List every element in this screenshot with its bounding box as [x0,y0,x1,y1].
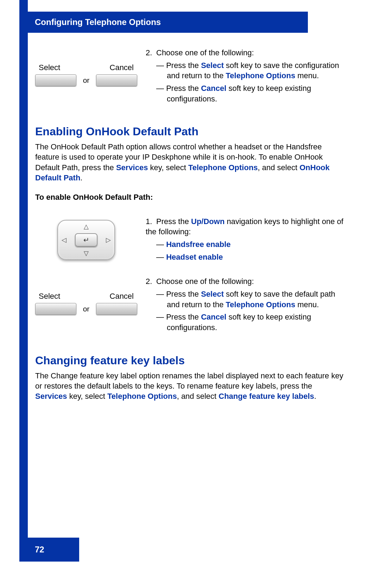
softkey-block-top: Select Cancel or [35,48,137,104]
dash: — [156,240,164,249]
select-label: Select [39,63,60,72]
instructions-mid2: 2.Choose one of the following: — Press t… [146,276,345,333]
dash-item: — Press the Select soft key to save the … [146,289,345,310]
navkey-row: △ ▽ ◁ ▷ ↵ 1.Press the Up/Down navigation… [35,216,345,262]
step-number: 2. [146,276,156,287]
updown-bold: Up/Down [191,217,224,226]
section1-para: The OnHook Default Path option allows co… [35,142,345,182]
select-label: Select [39,292,60,301]
txt: Press the [166,312,201,321]
txt: key, select [67,392,108,401]
instructions-top: 2.Choose one of the following: — Press t… [146,48,345,104]
right-arrow-icon: ▷ [106,236,111,244]
bold: Cancel [201,312,226,321]
section2-para: The Change feature key label option rena… [35,371,345,401]
txt: menu. [295,300,319,309]
content-area: Select Cancel or 2.Choose one of the fol… [35,48,345,406]
txt: Press the [156,217,191,226]
section1-sub: To enable OnHook Default Path: [35,192,345,202]
dash: — [156,84,164,93]
services-bold: Services [35,392,67,401]
cancel-softkey [96,303,137,315]
txt: Press the [166,61,201,70]
step2-top-row: Select Cancel or 2.Choose one of the fol… [35,48,345,104]
dash: — [156,61,164,70]
left-arrow-icon: ◁ [62,236,66,244]
page-number: 72 [35,545,44,555]
bold: Telephone Options [226,71,296,80]
txt: . [80,173,82,182]
telopt-bold: Telephone Options [107,392,177,401]
header-bar: Configuring Telephone Options [19,12,308,33]
txt: menu. [295,71,319,80]
telopt-bold: Telephone Options [188,163,258,172]
or-text: or [81,305,92,313]
cancel-label: Cancel [110,63,134,72]
select-softkey [35,74,76,86]
softkey-labels: Select Cancel [35,292,137,303]
or-text: or [81,76,92,85]
select-softkey [35,303,76,315]
footer-bar: 72 [19,538,79,562]
up-arrow-icon: △ [84,223,89,230]
step-lead: Choose one of the following: [156,277,254,286]
txt: Press the [166,290,201,298]
services-bold: Services [116,163,148,172]
txt: The Change feature key label option rena… [35,371,343,390]
step1-mid-line: 1.Press the Up/Down navigation keys to h… [146,216,345,237]
nav-pad: △ ▽ ◁ ▷ ↵ [57,220,115,260]
section2-title: Changing feature key labels [35,354,345,367]
txt: key, select [148,163,188,172]
bold: Telephone Options [226,300,296,309]
bold: Cancel [201,84,226,93]
step2-top-lead: 2.Choose one of the following: [146,48,345,58]
softkey-labels: Select Cancel [35,63,137,74]
enter-key-icon: ↵ [75,233,97,247]
dash-item: — Handsfree enable [146,239,345,250]
softkey-buttons: or [35,303,137,315]
dash-item: — Press the Cancel soft key to keep exis… [146,312,345,333]
dash-item: — Press the Select soft key to save the … [146,60,345,81]
page: Configuring Telephone Options Select Can… [0,0,380,588]
down-arrow-icon: ▽ [84,249,89,257]
step-number: 2. [146,48,156,58]
cancel-label: Cancel [110,292,134,301]
dash-item: — Headset enable [146,252,345,262]
cancel-softkey [96,74,137,86]
txt: Press the [166,84,201,93]
opt1: Handsfree enable [166,240,230,249]
left-blue-strip [19,0,28,562]
step-number: 1. [146,216,156,227]
dash: — [156,253,164,261]
softkey-buttons: or [35,74,137,86]
step2-mid-row: Select Cancel or 2.Choose one of the fol… [35,276,345,333]
step2-mid-lead: 2.Choose one of the following: [146,276,345,287]
txt: . [314,392,316,401]
bold: Select [201,290,224,298]
dash: — [156,312,164,321]
header-title: Configuring Telephone Options [35,17,161,27]
softkey-block-mid: Select Cancel or [35,276,137,333]
txt: , and select [258,163,300,172]
opt2: Headset enable [166,253,223,261]
section1-title: Enabling OnHook Default Path [35,125,345,138]
navkey-illustration: △ ▽ ◁ ▷ ↵ [35,216,137,262]
dash-item: — Press the Cancel soft key to keep exis… [146,83,345,104]
instructions-mid1: 1.Press the Up/Down navigation keys to h… [146,216,345,262]
dash: — [156,290,164,298]
txt: , and select [177,392,219,401]
step-lead: Choose one of the following: [156,48,254,57]
chg-bold: Change feature key labels [218,392,314,401]
bold: Select [201,61,224,70]
